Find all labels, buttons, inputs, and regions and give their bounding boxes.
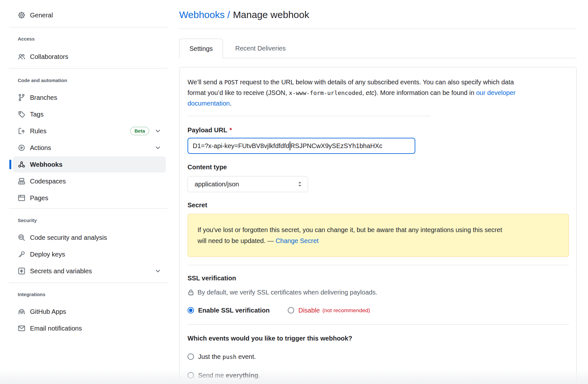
sidebar-item-label: Email notifications: [30, 325, 82, 332]
change-secret-link[interactable]: Change Secret: [275, 237, 318, 244]
codespaces-icon: [18, 177, 25, 185]
sidebar-section-integrations: Integrations: [18, 292, 45, 297]
sidebar-item-collaborators[interactable]: Collaborators: [13, 49, 166, 65]
rules-icon: [18, 127, 25, 135]
push-event-text: event.: [236, 353, 256, 360]
sidebar-item-email-notifications[interactable]: Email notifications: [13, 320, 166, 336]
webhook-icon: [18, 161, 25, 168]
intro-text: We’ll send a: [188, 79, 224, 86]
intro-text: ). More information can be found in: [374, 89, 476, 96]
sidebar-item-label: Actions: [30, 144, 51, 152]
intro-text: format you’d like to receive (JSON,: [188, 89, 289, 96]
webhook-settings-panel: We’ll send a POST request to the URL bel…: [179, 67, 577, 384]
hubot-icon: [18, 308, 25, 315]
secret-warning-text: If you've lost or forgotten this secret,…: [198, 226, 502, 233]
ssl-description-text: By default, we verify SSL certificates w…: [198, 289, 377, 296]
payload-url-value: RSJPNCwX9ySEzSYh1bhaHXc: [290, 142, 382, 150]
sidebar-divider: [9, 208, 168, 209]
sidebar-item-label: General: [30, 12, 53, 19]
everything-text: .: [258, 372, 260, 379]
chevron-down-icon[interactable]: [155, 268, 161, 274]
sidebar-section-code-automation: Code and automation: [18, 78, 67, 83]
sidebar-divider: [9, 68, 168, 69]
content-type-select[interactable]: application/json: [188, 176, 308, 192]
sidebar-item-branches[interactable]: Branches: [13, 89, 166, 106]
sidebar-item-pages[interactable]: Pages: [13, 190, 166, 206]
intro-text: .: [230, 100, 232, 107]
sidebar-item-label: Tags: [30, 111, 43, 118]
push-code: push: [223, 353, 236, 360]
sidebar-item-label: Secrets and variables: [30, 267, 92, 275]
ssl-description-row: By default, we verify SSL certificates w…: [188, 287, 377, 297]
developer-docs-link-text: documentation: [188, 100, 230, 107]
sidebar-item-github-apps[interactable]: GitHub Apps: [13, 304, 166, 320]
payload-url-label-text: Payload URL: [188, 126, 227, 134]
beta-badge: Beta: [130, 127, 149, 135]
section-divider: [188, 324, 569, 325]
push-event-text: Just the: [198, 353, 223, 360]
ssl-verification-heading: SSL verification: [188, 273, 236, 283]
intro-text: request to the URL below with details of…: [238, 79, 514, 86]
section-divider: [188, 116, 431, 116]
asterisk-box-icon: [18, 267, 25, 275]
secret-warning-box: If you've lost or forgotten this secret,…: [188, 214, 569, 257]
sidebar-item-codespaces[interactable]: Codespaces: [13, 173, 166, 189]
chevron-down-icon[interactable]: [155, 145, 161, 151]
everything-event-radio[interactable]: [188, 372, 194, 379]
disable-ssl-note: (not recommended): [323, 307, 370, 314]
sidebar-section-access: Access: [18, 36, 35, 42]
tab-settings[interactable]: Settings: [179, 39, 223, 59]
select-arrows-icon: [297, 181, 303, 188]
payload-url-input[interactable]: D1=?x-api-key=FUtvBV8vjlkfdfdfdRSJPNCwX9…: [188, 138, 415, 154]
sidebar-item-label: Rules: [30, 127, 46, 135]
enable-ssl-label: Enable SSL verification: [198, 307, 270, 314]
sidebar-item-secrets-variables[interactable]: Secrets and variables: [13, 263, 166, 279]
sidebar-item-code-security[interactable]: Code security and analysis: [13, 229, 166, 246]
post-code: POST: [224, 79, 238, 86]
intro-paragraph: We’ll send a POST request to the URL bel…: [188, 77, 558, 108]
sidebar-item-label: Codespaces: [30, 178, 66, 185]
sidebar-item-rules[interactable]: Rules Beta: [13, 123, 166, 139]
urlencoded-code: x-www-form-urlencoded: [289, 89, 362, 96]
sidebar-item-deploy-keys[interactable]: Deploy keys: [13, 246, 166, 262]
content-type-value: application/json: [195, 181, 239, 188]
everything-bold: everything: [226, 372, 258, 379]
sidebar-divider: [9, 27, 168, 27]
lock-icon: [188, 289, 194, 296]
sidebar-item-label: Pages: [30, 194, 48, 202]
sidebar-item-actions[interactable]: Actions: [13, 140, 166, 156]
payload-url-value: D1=?x-api-key=FUtvBV8vjlkfdfdfd: [193, 142, 289, 150]
sidebar-item-label: Deploy keys: [30, 251, 65, 258]
event-option-everything: Send me everything.: [188, 370, 260, 380]
section-divider: [188, 265, 569, 265]
key-icon: [18, 250, 25, 258]
sidebar-item-webhooks[interactable]: Webhooks: [13, 156, 166, 173]
enable-ssl-radio[interactable]: [188, 307, 194, 314]
sidebar-item-tags[interactable]: Tags: [13, 106, 166, 122]
push-event-label: Just the push event.: [198, 353, 256, 361]
tab-recent-deliveries[interactable]: Recent Deliveries: [226, 39, 295, 58]
intro-text: ,: [362, 89, 366, 96]
gear-icon: [18, 11, 25, 19]
push-event-radio[interactable]: [188, 353, 194, 360]
page-title-text: Manage webhook: [233, 9, 309, 20]
disable-ssl-label: Disable: [298, 307, 320, 314]
codescan-icon: [18, 234, 25, 241]
settings-sidebar: General Access Collaborators Code and au…: [0, 0, 174, 384]
chevron-down-icon[interactable]: [155, 128, 161, 134]
sidebar-item-general[interactable]: General: [13, 7, 166, 23]
play-circle-icon: [18, 144, 25, 152]
developer-docs-link-text: our developer: [476, 89, 516, 96]
disable-ssl-radio[interactable]: [288, 307, 294, 314]
payload-url-label: Payload URL*: [188, 126, 232, 134]
tag-icon: [18, 110, 25, 118]
event-option-push: Just the push event.: [188, 352, 256, 361]
git-branch-icon: [18, 94, 25, 101]
sidebar-item-label: Branches: [30, 94, 57, 101]
content-type-label: Content type: [188, 163, 227, 171]
everything-event-label: Send me everything.: [198, 372, 260, 379]
sidebar-divider: [9, 283, 168, 283]
breadcrumb-webhooks-link[interactable]: Webhooks /: [179, 9, 230, 20]
secret-warning-text: will need to be updated. —: [198, 237, 275, 244]
page-title: Webhooks /Manage webhook: [179, 8, 309, 21]
